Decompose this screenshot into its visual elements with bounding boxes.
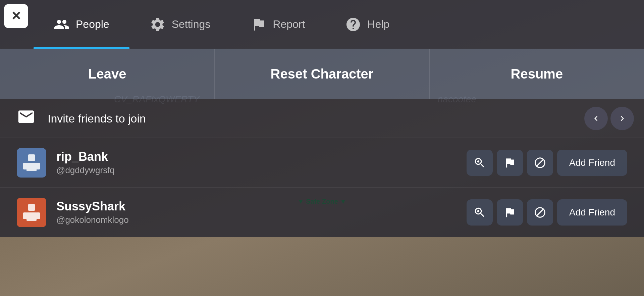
player-handle-rip-bank: @dgddywgrsfq [56,165,457,176]
arrow-right-btn[interactable] [610,107,634,130]
nav-item-help[interactable]: Help [325,0,410,49]
nav-item-report[interactable]: Report [230,0,325,49]
report-sussy-shark-button[interactable] [497,199,523,226]
svg-rect-3 [36,163,40,169]
block-rip-bank-button[interactable] [527,150,553,176]
help-label: Help [367,18,389,31]
leave-button[interactable]: Leave [0,49,215,99]
svg-rect-8 [36,212,40,219]
settings-icon [150,16,166,33]
block-sussy-shark-button[interactable] [527,199,553,226]
player-info-sussy-shark: SussyShark @gokolonomklogo [56,199,457,225]
player-row-rip-bank: rip_Bank @dgddywgrsfq Add Friend [0,138,644,187]
svg-rect-1 [26,163,37,171]
nav-item-settings[interactable]: Settings [129,0,231,49]
add-friend-sussy-shark-button[interactable]: Add Friend [557,199,627,226]
people-label: People [76,18,109,31]
player-name-sussy-shark: SussyShark [56,199,457,213]
player-handle-sussy-shark: @gokolonomklogo [56,215,457,225]
nav-item-people[interactable]: People [34,0,129,49]
inspect-sussy-shark-button[interactable] [467,199,493,226]
svg-rect-6 [26,212,37,221]
people-icon [54,16,70,33]
player-name-rip-bank: rip_Bank [56,150,457,164]
avatar-rip-bank [17,148,46,178]
report-rip-bank-button[interactable] [497,150,523,176]
report-label: Report [273,18,305,31]
envelope-icon [17,107,36,130]
invite-text: Invite friends to join [48,112,146,125]
resume-button[interactable]: Resume [430,49,644,99]
invite-arrows [584,107,634,130]
svg-point-9 [477,210,479,212]
svg-rect-7 [23,212,28,219]
report-icon [251,16,267,33]
player-info-rip-bank: rip_Bank @dgddywgrsfq [56,150,457,176]
arrow-left-btn[interactable] [584,107,608,130]
invite-section[interactable]: Invite friends to join [0,99,644,138]
reset-character-button[interactable]: Reset Character [215,49,429,99]
svg-rect-0 [28,154,35,161]
svg-rect-5 [28,204,35,211]
close-button[interactable]: ✕ [4,4,28,28]
settings-label: Settings [172,18,211,31]
player-actions-sussy-shark: Add Friend [467,199,627,226]
player-row-sussy-shark: SussyShark @gokolonomklogo Add Friend [0,187,644,237]
svg-rect-2 [23,163,28,169]
player-actions-rip-bank: Add Friend [467,150,627,176]
svg-point-4 [477,160,479,162]
add-friend-rip-bank-button[interactable]: Add Friend [557,150,627,176]
main-panel: People Settings Report [0,0,644,237]
nav-bar: People Settings Report [0,0,644,49]
inspect-rip-bank-button[interactable] [467,150,493,176]
help-icon [345,16,361,33]
action-row: Leave Reset Character Resume [0,49,644,99]
avatar-sussy-shark [17,198,46,227]
